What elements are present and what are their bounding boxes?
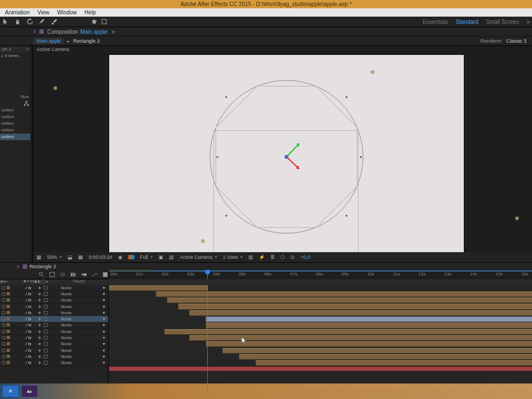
visibility-toggle[interactable]	[2, 317, 6, 321]
collapse-icon[interactable]	[38, 342, 42, 346]
channel-icon[interactable]	[128, 255, 135, 259]
label-color[interactable]	[7, 298, 10, 301]
layer-row[interactable]: / fx None ▼	[0, 347, 108, 354]
switch-box[interactable]	[44, 305, 48, 309]
transparency-icon[interactable]: ▩	[78, 254, 83, 260]
menu-window[interactable]: Window	[53, 9, 81, 16]
switch-box[interactable]	[44, 317, 48, 321]
current-time[interactable]: 0:00:03:24	[89, 254, 112, 260]
composition-viewer[interactable]	[33, 53, 532, 252]
resolution-dropdown[interactable]: Full	[140, 254, 154, 260]
snapshot-icon[interactable]: ◉	[118, 254, 122, 260]
layer-row[interactable]: / fx None ▼	[0, 316, 108, 322]
timeline-icon[interactable]: ≣	[270, 254, 275, 260]
rect-icon[interactable]	[101, 18, 108, 25]
collapse-icon[interactable]	[38, 323, 42, 327]
layer-row[interactable]: / fx None ▼	[0, 329, 108, 335]
parent-dropdown[interactable]: None	[60, 285, 88, 290]
flow-icon[interactable]	[24, 101, 29, 106]
layer-bar[interactable]	[156, 291, 532, 297]
zoom-dropdown[interactable]: 50%	[47, 254, 62, 260]
brush-tool-icon[interactable]	[51, 18, 58, 25]
dropdown-icon[interactable]: ▼	[102, 336, 108, 340]
project-item[interactable]: osition	[0, 120, 30, 127]
cti-line[interactable]	[207, 285, 208, 392]
collapse-icon[interactable]	[38, 292, 42, 296]
crumb-back-icon[interactable]: ◂	[66, 39, 69, 44]
layer-row[interactable]: / fx None ▼	[0, 360, 108, 366]
collapse-icon[interactable]	[38, 298, 42, 302]
switch-box[interactable]	[44, 342, 48, 346]
layer-row[interactable]: / fx None ▼	[0, 335, 108, 341]
layer-bar[interactable]	[189, 335, 532, 341]
switch-box[interactable]	[44, 323, 48, 327]
visibility-toggle[interactable]	[2, 311, 6, 315]
reset-exp-icon[interactable]: ⊙	[290, 254, 295, 260]
rotate-tool-icon[interactable]	[27, 18, 33, 25]
comp-mini-icon[interactable]	[49, 272, 55, 278]
collapse-icon[interactable]	[38, 361, 42, 365]
label-color[interactable]	[7, 317, 10, 320]
dope-icon[interactable]	[103, 272, 108, 278]
time-ruler[interactable]: 00s01s02s03s04s05s06s07s08s09s10s11s12s1…	[108, 270, 532, 279]
parent-dropdown[interactable]: None	[60, 298, 88, 303]
visibility-toggle[interactable]	[2, 292, 6, 296]
dropdown-icon[interactable]: ▼	[102, 361, 108, 365]
dropdown-icon[interactable]: ▼	[102, 317, 108, 321]
layer-bar[interactable]	[167, 298, 532, 303]
dropdown-icon[interactable]: ▼	[102, 286, 108, 290]
timeline-tab[interactable]: × Rectangle 2	[0, 263, 532, 270]
panel-overflow-icon[interactable]: »	[27, 47, 29, 52]
parent-dropdown[interactable]: None	[60, 310, 88, 315]
res-down-icon[interactable]: ⬓	[68, 254, 73, 260]
dropdown-icon[interactable]: ▼	[102, 311, 108, 315]
dropdown-icon[interactable]: ▼	[102, 305, 108, 309]
panel-menu-icon[interactable]: ≡	[112, 29, 115, 35]
collapse-icon[interactable]	[38, 286, 42, 290]
workspace-smallscreen[interactable]: Small Screen	[486, 19, 519, 25]
parent-dropdown[interactable]: None	[60, 291, 88, 296]
switch-box[interactable]	[44, 349, 48, 352]
panel-tab[interactable]: gle 2	[2, 47, 11, 52]
layer-bar[interactable]	[206, 316, 532, 322]
work-area[interactable]	[109, 270, 156, 271]
label-color[interactable]	[7, 292, 10, 295]
label-color[interactable]	[7, 349, 10, 352]
parent-dropdown[interactable]: None	[60, 341, 88, 346]
switch-box[interactable]	[44, 286, 48, 290]
pixel-ar-icon[interactable]: ▥	[248, 254, 253, 260]
switch-box[interactable]	[44, 292, 48, 296]
layer-bar[interactable]	[206, 323, 532, 328]
dropdown-icon[interactable]: ▼	[102, 323, 108, 327]
label-color[interactable]	[7, 361, 10, 364]
switch-box[interactable]	[44, 355, 48, 359]
project-item[interactable]: osition	[0, 107, 30, 114]
crumb-main[interactable]: Main apple	[33, 38, 64, 44]
project-item[interactable]: osition	[0, 114, 30, 120]
visibility-toggle[interactable]	[2, 361, 6, 365]
layer-row[interactable]: / fx None ▼	[0, 304, 108, 310]
collapse-icon[interactable]	[38, 305, 42, 309]
fx-badge[interactable]: / fx	[22, 291, 38, 296]
current-time-indicator[interactable]	[207, 270, 208, 279]
star-icon[interactable]	[91, 18, 98, 25]
dropdown-icon[interactable]: ▼	[102, 349, 108, 352]
visibility-toggle[interactable]	[2, 355, 6, 359]
fx-badge[interactable]: / fx	[22, 360, 38, 365]
label-color[interactable]	[7, 355, 10, 358]
label-color[interactable]	[7, 342, 10, 345]
dropdown-icon[interactable]: ▼	[102, 330, 108, 334]
fx-badge[interactable]: / fx	[22, 329, 38, 334]
fx-badge[interactable]: / fx	[22, 298, 38, 303]
label-color[interactable]	[7, 311, 10, 314]
fx-badge[interactable]: / fx	[22, 335, 38, 340]
layer-bar[interactable]	[222, 348, 532, 354]
visibility-toggle[interactable]	[2, 336, 6, 340]
flowchart-icon[interactable]: ⬡	[280, 254, 285, 260]
collapse-icon[interactable]	[38, 317, 42, 321]
switch-box[interactable]	[44, 311, 48, 315]
visibility-toggle[interactable]	[2, 305, 6, 309]
parent-dropdown[interactable]: None	[60, 316, 88, 321]
dropdown-icon[interactable]: ▼	[102, 342, 108, 346]
renderer-value[interactable]: Classic 3	[506, 38, 526, 44]
